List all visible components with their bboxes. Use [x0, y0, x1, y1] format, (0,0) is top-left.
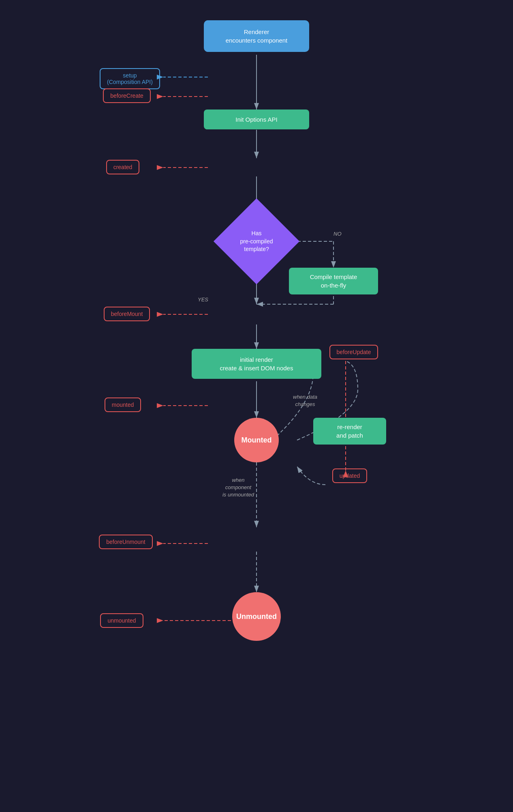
unmounted-circle-node: Unmounted [220, 592, 293, 641]
renderer-label: Rendererencounters component [204, 20, 309, 52]
no-label: NO [333, 230, 342, 238]
renderer-node: Rendererencounters component [204, 20, 309, 52]
before-unmount-label: beforeUnmount [99, 535, 153, 549]
updated-node: updated [321, 468, 378, 483]
created-label: created [106, 160, 140, 174]
initial-render-node: initial rendercreate & insert DOM nodes [192, 349, 321, 379]
init-options-node: Init Options API [204, 110, 309, 129]
unmounted-hook-label: unmounted [100, 613, 143, 628]
before-mount-label: beforeMount [104, 307, 150, 321]
diagram-container: Rendererencounters component setup(Compo… [82, 8, 431, 803]
re-render-label: re-renderand patch [313, 418, 386, 445]
init-options-label: Init Options API [204, 110, 309, 129]
before-unmount-node: beforeUnmount [90, 535, 161, 549]
mounted-circle-node: Mounted [220, 418, 293, 462]
template-diamond: Haspre-compiledtemplate? [214, 198, 299, 284]
template-diamond-node: Haspre-compiledtemplate? [226, 211, 287, 272]
unmounted-hook-node: unmounted [90, 613, 153, 628]
before-mount-node: beforeMount [94, 307, 159, 321]
when-data-changes-label: when datachanges [281, 393, 329, 408]
before-create-label: beforeCreate [103, 88, 151, 103]
setup-node: setup(Composition API) [94, 68, 165, 89]
setup-label: setup(Composition API) [100, 68, 160, 89]
compile-template-node: Compile templateon-the-fly [289, 268, 378, 294]
compile-template-label: Compile templateon-the-fly [289, 268, 378, 294]
template-diamond-text: Haspre-compiledtemplate? [240, 230, 273, 253]
mounted-hook-node: mounted [94, 397, 151, 412]
initial-render-label: initial rendercreate & insert DOM nodes [192, 349, 321, 379]
yes-label: YES [198, 296, 208, 303]
updated-label: updated [332, 468, 368, 483]
created-node: created [94, 160, 151, 174]
unmounted-circle-label: Unmounted [232, 592, 281, 641]
mounted-circle-label: Mounted [234, 418, 279, 462]
re-render-node: re-renderand patch [313, 418, 386, 445]
before-update-label: beforeUpdate [329, 345, 378, 359]
when-unmounted-label: whencomponentis unmounted [216, 477, 261, 499]
before-create-node: beforeCreate [94, 88, 159, 103]
before-update-node: beforeUpdate [321, 345, 386, 359]
mounted-hook-label: mounted [105, 397, 141, 412]
